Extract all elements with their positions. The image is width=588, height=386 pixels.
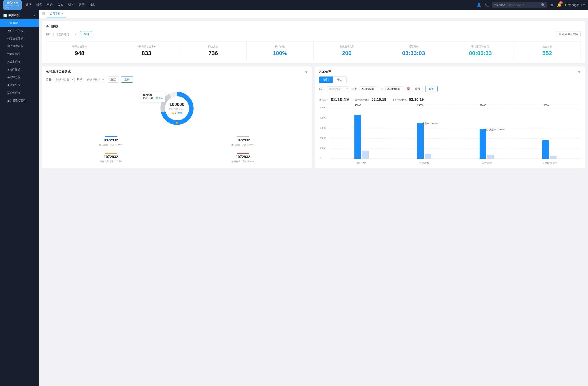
x-label-effective: 有效通话 [456,161,518,165]
donut-center-status: 👍 已达成 [169,111,185,115]
comm-date-to[interactable] [385,86,404,91]
sidebar-item-channel[interactable]: ⊕ 渠道分析 [0,81,39,89]
user-icon[interactable]: 👤 [477,3,481,7]
tab-toggle-icon[interactable]: ☰ [42,12,45,16]
stat-effective-consult: 今日有效首咨客户 833 [113,42,180,60]
logo-text1: 云朵CRM [7,1,18,4]
sidebar-item-label: 成本分析 [10,60,20,64]
stat-label: 平均通话时长 ⓘ [450,45,511,48]
donut-center-label: 目标总量（元） [169,108,185,111]
stat-value: 552 [516,50,578,57]
comm-query-button[interactable]: 查询 [425,86,438,92]
nav-operations[interactable]: 运营 [79,2,84,8]
search-button[interactable]: 🔍 [539,3,547,7]
stat-avg-duration: 平均通话时长 ⓘ 00:00:33 [447,42,514,60]
x-label-dial: 拨打次数 [330,161,393,165]
tabs-bar: ☰ 公司看板 ✕ [39,10,588,18]
logo: 云朵CRM 教育机构一站式服务云平台 [3,0,22,10]
sidebar-item-visitor[interactable]: ◉ 访客分析 [0,74,39,81]
search-type-selector[interactable]: 手机号码 ▾ [492,2,507,8]
company-target-card: 公司业绩目标达成 ⟳ 目标 请选择目标 周期 请选择 [42,66,312,168]
stat-bar-should [105,153,117,154]
calendar-icon[interactable]: 📅 [406,87,410,91]
comm-dept-select[interactable]: 请选择部门 [327,86,349,92]
date-separator: 至 [380,87,383,91]
target-select[interactable]: 请选择目标 [54,77,75,82]
target-stat-completed: 8972932 已完成量（元）| 70.9% [46,134,176,148]
user-info[interactable]: manager11 ▾ [565,3,585,6]
stat-bar-incomplete [237,136,249,137]
stat-val: 1072932 [48,155,174,159]
settings-icon: ⚙ [559,33,561,36]
nav-links: 数据 线索 客户 公海 财务 运营 报名 [26,2,477,8]
page-content: 今日数据 部门 请选择部门 查询 ⚙ 设置显示指标 [39,18,588,172]
stat-value: 833 [116,50,177,57]
today-filter-row: 部门 请选择部门 查询 ⚙ 设置显示指标 [46,31,581,37]
tab-close-icon[interactable]: ✕ [62,12,64,15]
monitor-icon[interactable]: 🖥 [550,3,554,7]
sidebar-item-company-board[interactable]: 公司看板 [0,19,39,27]
bar-eff-connect-main [542,140,549,159]
nav-data[interactable]: 数据 [26,2,31,8]
target-label: 目标 [46,78,51,81]
comm-date-from[interactable] [359,86,378,91]
sidebar-item-label: 公司看板 [7,21,18,25]
nav-public-sea[interactable]: 公海 [58,2,63,8]
online-status-dot [565,4,566,6]
bar-connect-main [417,123,424,159]
effective-duration-stat: 有效通话时长 02:10:19 [355,97,386,102]
sidebar-item-account-manager[interactable]: 客户经理看板 [0,42,39,50]
comm-reset-button[interactable]: 重置 [412,86,423,92]
comm-tab-dept[interactable]: 部门 [319,77,333,83]
comm-refresh-icon[interactable]: ⟳ [578,70,581,74]
sidebar-item-sales[interactable]: ◎ 销售分析 [0,89,39,97]
dept-select-wrapper: 请选择部门 [54,32,78,37]
settings-display-button[interactable]: ⚙ 设置显示指标 [556,31,581,37]
stat-label: 拨打次数 [249,45,311,48]
stat-label: 成交单数 [516,45,578,48]
target-query-button[interactable]: 查询 [121,77,133,83]
stat-value: 100% [249,50,311,57]
sidebar-item-funnel[interactable]: ▽ 漏斗分析 [0,50,39,58]
stat-bar-completed [105,136,117,137]
bar-chart: 50000 40000 30000 20000 [319,108,581,165]
sidebar-item-label: 数据流转记录 [10,99,25,102]
sidebar-item-label: 漏斗分析 [9,52,20,56]
comm-date-label: 日期 [352,87,357,91]
nav-leads[interactable]: 线索 [36,2,42,8]
nav-finance[interactable]: 财务 [68,2,74,8]
bars-container: 43000 [330,108,581,159]
flow-icon: ⊞ [7,99,10,102]
dept-select[interactable]: 请选择部门 [54,32,78,37]
sidebar-item-cost[interactable]: ◷ 成本分析 [0,58,39,66]
target-reset-button[interactable]: 重置 [108,77,118,83]
phone-icon[interactable]: 📞 [484,3,489,7]
nav-customers[interactable]: 客户 [47,2,53,8]
sidebar-header-data[interactable]: 📊 数据看板 ▲ [0,11,39,19]
search-input[interactable] [507,3,539,6]
stat-desc: 超额完成（元）| 89.9% [180,160,306,163]
refresh-icon[interactable]: ⟳ [305,70,308,74]
stat-val: 8972932 [48,138,174,142]
info-icon: ⓘ [487,45,489,48]
period-select[interactable]: 请选择周期 [85,77,105,82]
effective-duration-val: 02:10:19 [372,97,386,102]
tab-company-board[interactable]: 公司看板 ✕ [47,10,66,18]
bottom-row: 公司业绩目标达成 ⟳ 目标 请选择目标 周期 请选择 [42,66,585,168]
sidebar-item-promo[interactable]: ◈ 推广分析 [0,66,39,74]
bell-wrapper: 🔔 5 [557,3,562,7]
sidebar-item-label: 访客分析 [10,76,20,79]
company-target-title: 公司业绩目标达成 [46,70,71,74]
today-query-button[interactable]: 查询 [80,31,92,37]
comm-header: 沟通效率 ⟳ [319,70,581,74]
nav-signup[interactable]: 报名 [89,2,95,8]
sidebar-item-promo-manager[interactable]: 推广主管看板 [0,27,39,35]
y-label-0: 0 [320,157,321,159]
comm-tab-personal[interactable]: 个人 [333,77,347,83]
stat-value: 736 [182,50,244,57]
sidebar-item-data-flow[interactable]: ⊞ 数据流转记录 [0,97,39,104]
dept-filter-label: 部门 [46,32,51,36]
sidebar-item-sales-manager[interactable]: 销售主管看板 [0,35,39,42]
today-filter-left: 部门 请选择部门 查询 [46,31,92,37]
target-stat-over-complete: 1072932 超额完成（元）| 89.9% [178,151,308,165]
